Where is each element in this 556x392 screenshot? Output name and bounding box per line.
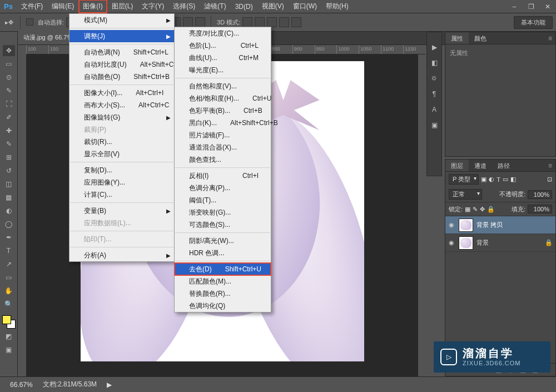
zoom-value[interactable]: 66.67% [10, 381, 33, 389]
menu-item[interactable]: 匹配颜色(M)... [175, 275, 271, 287]
mode-3d-icon[interactable] [255, 17, 265, 27]
menu-item[interactable]: 照片滤镜(F)... [175, 129, 271, 141]
mode-3d-icon[interactable] [267, 17, 277, 27]
workspace-button[interactable]: 基本功能 [514, 16, 553, 29]
stamp-tool[interactable]: ⊞ [3, 152, 15, 163]
doc-info[interactable]: 文档:2.81M/5.63M [43, 380, 97, 389]
menu-item[interactable]: 色调均化(Q) [175, 300, 271, 312]
styles-panel-icon[interactable]: ▣ [429, 120, 439, 130]
type-tool[interactable]: T [3, 245, 15, 256]
lock-pixels-icon[interactable]: ✎ [473, 206, 478, 213]
mode-3d-icon[interactable] [291, 17, 301, 27]
doc-info-arrow[interactable]: ▶ [107, 381, 112, 389]
layer-name[interactable]: 背景 拷贝 [476, 221, 503, 229]
lasso-tool[interactable]: ⊙ [3, 72, 15, 83]
menu-item[interactable]: 图像大小(I)...Alt+Ctrl+I [70, 87, 174, 99]
menu-item[interactable]: 替换颜色(R)... [175, 287, 271, 300]
move-tool[interactable]: ✥ [3, 45, 15, 56]
fill-value[interactable]: 100% [528, 205, 552, 214]
menu-type[interactable]: 文字(Y) [137, 0, 168, 13]
layer-row[interactable]: ◉ 背景 🔒 [445, 234, 555, 252]
panel-menu-icon[interactable]: ≡ [545, 32, 555, 44]
marquee-tool[interactable]: ▭ [3, 58, 15, 70]
menu-item[interactable]: 计算(C)... [70, 188, 174, 201]
menu-item[interactable]: 自然饱和度(V)... [175, 80, 271, 92]
layer-thumbnail[interactable] [459, 236, 473, 250]
distribute-icon[interactable] [183, 17, 193, 27]
layer-thumbnail[interactable] [459, 219, 473, 232]
lock-position-icon[interactable]: ✥ [480, 206, 485, 213]
menu-edit[interactable]: 编辑(E) [47, 0, 78, 13]
history-panel-icon[interactable]: ▶ [429, 42, 439, 52]
menu-item[interactable]: 渐变映射(G)... [175, 206, 271, 219]
quick-mask-tool[interactable]: ◩ [3, 331, 15, 342]
tab-color[interactable]: 颜色 [469, 32, 492, 44]
tab-layers[interactable]: 图层 [445, 160, 469, 171]
opacity-value[interactable]: 100% [528, 190, 552, 199]
restore-button[interactable]: ❐ [523, 1, 539, 13]
crop-tool[interactable]: ⛶ [3, 98, 15, 110]
filter-type-icon[interactable]: T [497, 176, 500, 183]
foreground-swatch[interactable] [2, 315, 11, 324]
distribute-icon[interactable] [195, 17, 205, 27]
menu-item[interactable]: 曝光度(E)... [175, 64, 271, 76]
tab-paths[interactable]: 路径 [492, 160, 515, 171]
menu-help[interactable]: 帮助(H) [321, 0, 353, 13]
menu-item[interactable]: 自动色调(N)Shift+Ctrl+L [70, 46, 174, 58]
blur-tool[interactable]: ◐ [3, 205, 15, 216]
menu-item[interactable]: 画布大小(S)...Alt+Ctrl+C [70, 99, 174, 111]
quick-select-tool[interactable]: ✎ [3, 85, 15, 96]
menu-item[interactable]: 模式(M) [70, 14, 174, 26]
visibility-toggle[interactable]: ◉ [448, 239, 455, 246]
panel-menu-icon[interactable]: ≡ [545, 160, 555, 171]
menu-item[interactable]: 颜色查找... [175, 153, 271, 166]
path-tool[interactable]: ↗ [3, 259, 15, 270]
screen-mode-tool[interactable]: ▣ [3, 344, 15, 355]
menu-item[interactable]: 色相/饱和度(H)...Ctrl+U [175, 92, 271, 105]
dodge-tool[interactable]: ◯ [3, 219, 15, 230]
menu-item[interactable]: 调整(J) [70, 30, 174, 42]
filter-pixel-icon[interactable]: ▣ [481, 176, 487, 183]
menu-item[interactable]: 复制(D)... [70, 164, 174, 176]
filter-adjust-icon[interactable]: ◐ [489, 176, 494, 183]
tab-properties[interactable]: 属性 [445, 32, 469, 44]
gradient-tool[interactable]: ▦ [3, 192, 15, 203]
menu-item[interactable]: 裁切(R)... [70, 136, 174, 148]
menu-layer[interactable]: 图层(L) [107, 0, 138, 13]
menu-window[interactable]: 窗口(W) [289, 0, 321, 13]
menu-select[interactable]: 选择(S) [168, 0, 200, 13]
auto-select-checkbox[interactable] [26, 18, 36, 27]
menu-item[interactable]: 通道混合器(X)... [175, 141, 271, 153]
menu-item[interactable]: 图像旋转(G) [70, 111, 174, 123]
minimize-button[interactable]: – [506, 1, 523, 13]
filter-smart-icon[interactable]: ◧ [510, 176, 516, 183]
character-panel-icon[interactable]: A [429, 105, 439, 115]
visibility-toggle[interactable]: ◉ [448, 221, 455, 229]
mode-3d-icon[interactable] [279, 17, 289, 27]
menu-item[interactable]: 黑白(K)...Alt+Shift+Ctrl+B [175, 117, 271, 129]
pen-tool[interactable]: ✒ [3, 232, 15, 243]
menu-item[interactable]: 自动对比度(U)Alt+Shift+Ctrl+L [70, 58, 174, 71]
actions-panel-icon[interactable]: ◧ [429, 58, 439, 68]
menu-item[interactable]: 应用图像(Y)... [70, 176, 174, 188]
lock-transparent-icon[interactable]: ▦ [465, 206, 470, 213]
shape-tool[interactable]: ▭ [3, 272, 15, 283]
menu-item[interactable]: 显示全部(V) [70, 148, 174, 160]
eraser-tool[interactable]: ◫ [3, 178, 15, 190]
paragraph-panel-icon[interactable]: ¶ [429, 89, 439, 99]
menu-item[interactable]: 去色(D)Shift+Ctrl+U [175, 263, 271, 275]
menu-file[interactable]: 文件(F) [17, 0, 47, 13]
menu-item[interactable]: 变量(B) [70, 205, 174, 217]
menu-item[interactable]: 阴影/高光(W)... [175, 235, 271, 247]
hand-tool[interactable]: ✋ [3, 285, 15, 296]
layer-kind-select[interactable]: P 类型 [449, 174, 479, 185]
color-swatches[interactable] [2, 315, 16, 329]
close-button[interactable]: ✕ [539, 1, 556, 13]
mode-3d-icon[interactable] [242, 17, 252, 27]
menu-item[interactable]: 可选颜色(S)... [175, 219, 271, 231]
filter-toggle[interactable]: ⊡ [547, 176, 552, 183]
brush-panel-icon[interactable]: ⛭ [429, 73, 439, 83]
menu-item[interactable]: 色彩平衡(B)...Ctrl+B [175, 105, 271, 117]
menu-image[interactable]: 图像(I) [78, 0, 107, 13]
blend-mode-select[interactable]: 正常 [449, 189, 482, 200]
